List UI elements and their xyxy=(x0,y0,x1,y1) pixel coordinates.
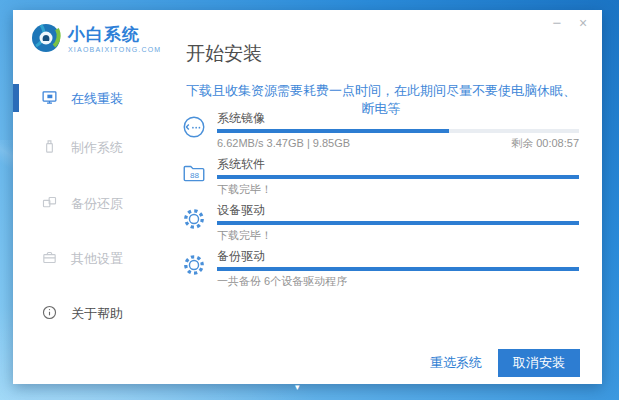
progress-bar xyxy=(217,129,579,133)
taskbar-hide-marker: ▾ xyxy=(295,383,300,392)
toolbox-icon xyxy=(41,249,58,269)
task-name: 系统镜像 xyxy=(217,111,579,126)
footer-actions: 重选系统 取消安装 xyxy=(430,349,580,377)
face-chat-icon xyxy=(181,114,207,140)
sidebar-item-other-settings[interactable]: 其他设置 xyxy=(41,246,171,272)
progress-bar xyxy=(217,267,579,271)
software-folder-icon: 88 xyxy=(181,160,207,186)
monitor-reinstall-icon xyxy=(41,89,58,109)
sidebar-item-online-reinstall[interactable]: 在线重装 xyxy=(41,86,171,112)
progress-fill xyxy=(217,267,579,271)
task-name: 系统软件 xyxy=(217,157,579,172)
sidebar-item-label: 在线重装 xyxy=(71,90,123,108)
progress-fill xyxy=(217,221,579,225)
sidebar-item-backup-restore[interactable]: 备份还原 xyxy=(41,191,171,217)
task-system-software: 88 系统软件 下载完毕！ xyxy=(181,157,579,196)
sidebar-item-label: 备份还原 xyxy=(71,195,123,213)
task-list: 系统镜像 6.62MB/s 3.47GB | 9.85GB 剩余 00:08:5… xyxy=(181,111,579,295)
active-item-accent-bar xyxy=(13,84,19,112)
task-backup-drivers: 备份驱动 一共备份 6个设备驱动程序 xyxy=(181,249,579,288)
sidebar-item-about-help[interactable]: 关于帮助 xyxy=(41,301,171,327)
brand-domain: XIAOBAIXITONG.COM xyxy=(68,46,161,53)
progress-fill xyxy=(217,175,579,179)
progress-fill xyxy=(217,129,449,133)
task-name: 设备驱动 xyxy=(217,203,579,218)
task-detail-left: 6.62MB/s 3.47GB | 9.85GB xyxy=(217,136,350,150)
sidebar-item-label: 其他设置 xyxy=(71,250,123,268)
app-logo: 小白系统 XIAOBAIXITONG.COM xyxy=(30,22,161,58)
task-system-image: 系统镜像 6.62MB/s 3.47GB | 9.85GB 剩余 00:08:5… xyxy=(181,111,579,150)
installer-window: − × 小白系统 XIAOBAIXITONG.COM 开始安装 在线 xyxy=(13,10,602,384)
backup-restore-icon xyxy=(41,194,58,214)
task-detail-left: 一共备份 6个设备驱动程序 xyxy=(217,274,347,288)
close-button[interactable]: × xyxy=(572,12,594,34)
task-time-remaining: 剩余 00:08:57 xyxy=(511,136,579,150)
progress-bar xyxy=(217,175,579,179)
task-device-drivers: 设备驱动 下载完毕！ xyxy=(181,203,579,242)
gear-icon xyxy=(181,252,207,278)
brand-name: 小白系统 xyxy=(68,26,161,44)
sidebar-item-label: 制作系统 xyxy=(71,139,123,157)
task-name: 备份驱动 xyxy=(217,249,579,264)
progress-bar xyxy=(217,221,579,225)
usb-drive-icon xyxy=(41,138,58,158)
page-title: 开始安装 xyxy=(186,41,262,67)
globe-logo-icon xyxy=(30,22,62,58)
sidebar-item-label: 关于帮助 xyxy=(71,305,123,323)
task-detail-left: 下载完毕！ xyxy=(217,182,272,196)
task-detail-left: 下载完毕！ xyxy=(217,228,272,242)
gear-icon xyxy=(181,206,207,232)
cancel-install-button[interactable]: 取消安装 xyxy=(498,349,580,377)
info-icon xyxy=(41,304,58,324)
sidebar-item-make-system[interactable]: 制作系统 xyxy=(41,135,171,161)
reselect-system-button[interactable]: 重选系统 xyxy=(430,354,482,372)
minimize-button[interactable]: − xyxy=(546,12,568,34)
svg-text:88: 88 xyxy=(190,171,200,180)
